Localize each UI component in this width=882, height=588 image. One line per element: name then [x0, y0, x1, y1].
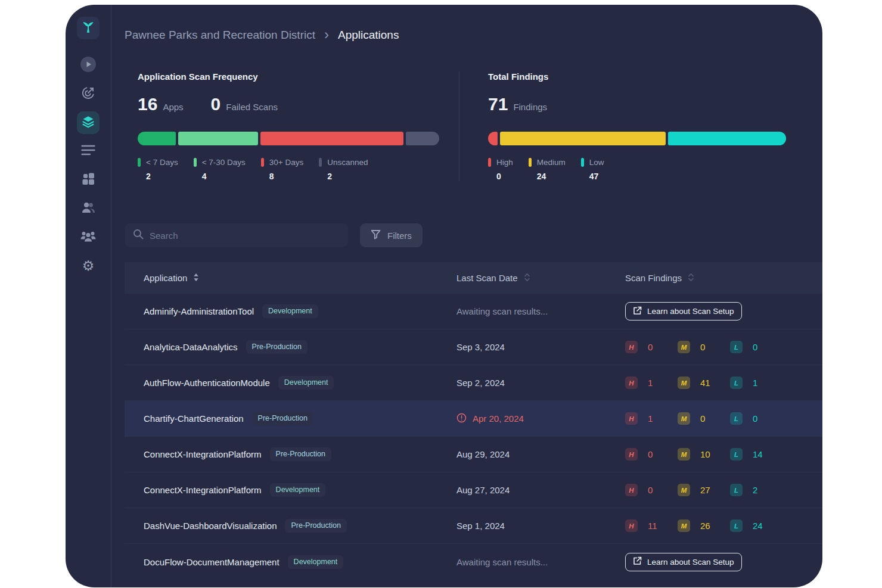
- legend-count: 24: [529, 172, 566, 181]
- sidebar-item-users[interactable]: [77, 197, 100, 220]
- learn-scan-setup-button[interactable]: Learn about Scan Setup: [625, 302, 742, 321]
- low-findings: L14: [730, 448, 782, 461]
- scan-frequency-bar: [138, 132, 439, 145]
- findings-metric: 71 Findings: [488, 94, 547, 114]
- legend-pill: [319, 158, 322, 167]
- medium-count: 10: [700, 449, 710, 459]
- table-header: Application Last Scan Date Scan Findings: [125, 262, 822, 294]
- search-icon: [133, 229, 144, 242]
- failed-scans-count: 0: [211, 94, 221, 114]
- high-findings: H0: [625, 484, 678, 496]
- high-count: 0: [648, 449, 653, 459]
- sidebar-item-teams[interactable]: [77, 226, 100, 248]
- medium-severity-icon: M: [678, 448, 690, 461]
- failed-scans-metric: 0 Failed Scans: [211, 94, 278, 114]
- sidebar-item-dashboard[interactable]: [77, 169, 100, 191]
- last-scan-date: Sep 3, 2024: [456, 342, 625, 352]
- bar-segment-7-30days: [178, 132, 258, 145]
- table-row[interactable]: DashVue-DashboardVisualizationPre-Produc…: [125, 508, 822, 544]
- sidebar-item-settings[interactable]: ⚙: [77, 254, 100, 277]
- legend-count: 0: [488, 172, 513, 181]
- table-row[interactable]: ConnectX-IntegrationPlatformDevelopment …: [125, 472, 822, 508]
- low-severity-icon: L: [730, 377, 743, 389]
- filters-button[interactable]: Filters: [360, 223, 423, 247]
- application-name: DocuFlow-DocumentManagement: [144, 557, 279, 567]
- total-findings-legend: High 0 Medium 24 Low 47: [488, 158, 787, 181]
- low-severity-icon: L: [730, 341, 743, 353]
- environment-badge: Pre-Production: [270, 447, 331, 461]
- high-count: 1: [648, 378, 653, 388]
- search-input[interactable]: [150, 231, 340, 241]
- table-row[interactable]: Chartify-ChartGenerationPre-Production A…: [125, 401, 822, 437]
- column-header-application[interactable]: Application: [144, 273, 456, 284]
- table-row[interactable]: ConnectX-IntegrationPlatformPre-Producti…: [125, 437, 822, 472]
- legend-pill: [194, 158, 197, 167]
- table-row[interactable]: Adminify-AdministrationToolDevelopment A…: [125, 294, 822, 329]
- sort-icon: [524, 273, 530, 284]
- sidebar-item-play[interactable]: [77, 54, 100, 77]
- sidebar-item-applications[interactable]: [77, 111, 100, 134]
- sort-icon: [688, 273, 694, 284]
- medium-severity-icon: M: [678, 519, 690, 532]
- low-findings: L0: [730, 412, 782, 425]
- legend-count: 2: [138, 172, 178, 181]
- sidebar-item-list[interactable]: [77, 140, 100, 163]
- failed-scans-label: Failed Scans: [226, 102, 278, 112]
- environment-badge: Pre-Production: [285, 519, 346, 533]
- column-header-last-scan-date[interactable]: Last Scan Date: [456, 273, 625, 284]
- last-scan-date: Sep 2, 2024: [456, 378, 625, 388]
- users-icon: [81, 201, 95, 216]
- high-severity-icon: H: [625, 341, 638, 353]
- breadcrumb-parent[interactable]: Pawnee Parks and Recreation District: [125, 29, 315, 42]
- brand-logo[interactable]: [77, 17, 100, 39]
- legend-count: 8: [261, 172, 303, 181]
- scan-frequency-legend: < 7 Days 2 < 7-30 Days 4 30+ Days 8 Un: [138, 158, 439, 181]
- high-severity-icon: H: [625, 519, 638, 532]
- medium-findings: M0: [678, 412, 730, 425]
- legend-item-lt7days: < 7 Days 2: [138, 158, 178, 181]
- medium-findings: M41: [678, 377, 730, 389]
- bar-segment-lt7days: [138, 132, 176, 145]
- medium-findings: M27: [678, 484, 730, 496]
- low-findings: L2: [730, 484, 782, 496]
- last-scan-date: Awaiting scan results...: [456, 557, 625, 567]
- legend-count: 47: [581, 172, 604, 181]
- low-findings: L1: [730, 377, 782, 389]
- table-row[interactable]: DocuFlow-DocumentManagementDevelopment A…: [125, 544, 822, 580]
- apps-label: Apps: [163, 102, 183, 112]
- column-header-scan-findings[interactable]: Scan Findings: [625, 273, 810, 284]
- sidebar-item-deploy[interactable]: [77, 83, 100, 105]
- bar-segment-unscanned: [406, 132, 439, 145]
- medium-findings: M10: [678, 448, 730, 461]
- application-name: DashVue-DashboardVisualization: [144, 521, 277, 531]
- sidebar-nav: ⚙: [77, 54, 100, 277]
- environment-badge: Pre-Production: [246, 340, 308, 354]
- medium-count: 26: [700, 521, 710, 531]
- legend-count: 4: [194, 172, 246, 181]
- bar-segment-30plusdays: [260, 132, 403, 145]
- high-severity-icon: H: [625, 484, 638, 496]
- table-row[interactable]: Analytica-DataAnalyticsPre-Production Se…: [125, 329, 822, 365]
- medium-count: 0: [700, 342, 705, 352]
- low-severity-icon: L: [730, 484, 743, 496]
- high-findings: H1: [625, 412, 678, 425]
- list-lines-icon: [81, 145, 95, 158]
- apps-count: 16: [138, 94, 157, 114]
- application-name: Analytica-DataAnalytics: [144, 342, 238, 352]
- application-name: Adminify-AdministrationTool: [144, 306, 254, 316]
- table-row[interactable]: AuthFlow-AuthenticationModuleDevelopment…: [125, 365, 822, 401]
- bar-segment-low: [668, 132, 786, 145]
- environment-badge: Development: [288, 555, 344, 569]
- medium-severity-icon: M: [678, 377, 690, 389]
- learn-scan-setup-button[interactable]: Learn about Scan Setup: [625, 553, 742, 571]
- low-count: 0: [753, 342, 757, 352]
- medium-severity-icon: M: [678, 341, 690, 353]
- search-box[interactable]: [125, 223, 348, 247]
- high-findings: H0: [625, 448, 678, 461]
- environment-badge: Pre-Production: [252, 412, 313, 425]
- breadcrumb: Pawnee Parks and Recreation District › A…: [125, 5, 822, 42]
- legend-item-medium: Medium 24: [529, 158, 566, 181]
- application-name: Chartify-ChartGeneration: [144, 413, 244, 424]
- medium-count: 27: [700, 485, 710, 495]
- legend-count: 2: [319, 172, 368, 181]
